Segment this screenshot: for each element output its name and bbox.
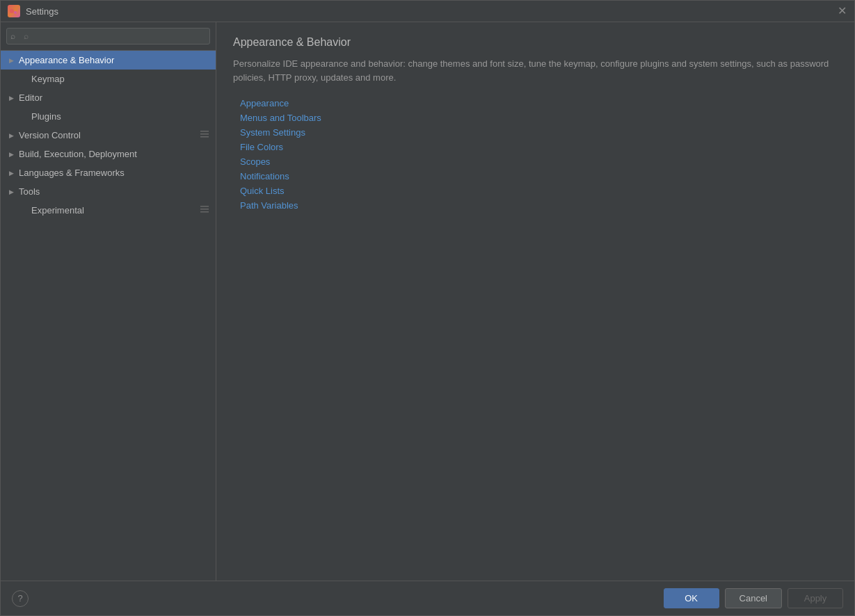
link-appearance[interactable]: Appearance [240,98,838,108]
apply-button[interactable]: Apply [788,588,843,608]
settings-dialog: Settings ✕ ⌕ Appearance & Behavior Keyma… [0,0,855,616]
expand-icon [8,188,15,195]
sidebar-item-experimental[interactable]: Experimental [1,201,216,220]
link-path-variables[interactable]: Path Variables [240,200,838,211]
sidebar-item-languages-frameworks[interactable]: Languages & Frameworks [1,163,216,182]
title-bar-left: Settings [8,5,58,17]
link-menus-toolbars[interactable]: Menus and Toolbars [240,113,838,123]
svg-rect-5 [200,136,209,138]
svg-rect-6 [200,206,209,207]
cancel-button[interactable]: Cancel [725,588,782,608]
link-list: Appearance Menus and Toolbars System Set… [233,98,838,211]
sidebar: ⌕ Appearance & Behavior Keymap Editor Pl… [1,22,216,581]
sidebar-item-label: Appearance & Behavior [19,55,114,65]
sidebar-item-tools[interactable]: Tools [1,182,216,201]
sidebar-item-label: Keymap [31,74,65,84]
svg-rect-8 [200,211,209,213]
expand-icon [8,57,15,64]
sidebar-item-version-control[interactable]: Version Control [1,126,216,145]
close-button[interactable]: ✕ [836,6,847,17]
sidebar-item-editor[interactable]: Editor [1,88,216,107]
sidebar-item-keymap[interactable]: Keymap [1,70,216,88]
main-panel: Appearance & Behavior Personalize IDE ap… [216,22,854,581]
link-system-settings[interactable]: System Settings [240,127,838,138]
sidebar-item-label: Plugins [31,111,61,122]
svg-rect-4 [200,133,209,135]
section-description: Personalize IDE appearance and behavior:… [233,57,838,84]
sidebar-item-label: Tools [19,186,40,197]
sidebar-item-plugins[interactable]: Plugins [1,107,216,126]
app-icon [8,5,20,17]
sidebar-item-label: Editor [19,92,42,103]
expand-icon [8,95,15,102]
settings-icon-exp [200,205,209,216]
ok-button[interactable]: OK [664,588,719,608]
sidebar-item-build-execution[interactable]: Build, Execution, Deployment [1,145,216,163]
sidebar-item-label: Build, Execution, Deployment [19,149,137,159]
content-area: ⌕ Appearance & Behavior Keymap Editor Pl… [1,22,854,581]
title-bar: Settings ✕ [1,1,854,22]
sidebar-item-label: Version Control [19,130,81,140]
svg-point-0 [10,9,14,13]
expand-icon [8,170,15,177]
link-scopes[interactable]: Scopes [240,156,838,167]
svg-point-1 [15,8,18,12]
footer: ? OK Cancel Apply [1,581,854,615]
link-notifications[interactable]: Notifications [240,171,838,181]
expand-icon [8,151,15,158]
link-file-colors[interactable]: File Colors [240,142,838,152]
search-wrapper: ⌕ [6,28,210,44]
svg-rect-7 [200,209,209,210]
help-button[interactable]: ? [12,590,29,607]
dialog-title: Settings [26,6,58,17]
footer-buttons: OK Cancel Apply [664,588,843,608]
sidebar-item-label: Experimental [31,205,84,216]
settings-icon [200,130,209,140]
search-container: ⌕ [1,22,216,51]
link-quick-lists[interactable]: Quick Lists [240,186,838,196]
page-title: Appearance & Behavior [233,36,838,49]
search-input[interactable] [6,28,210,44]
sidebar-item-appearance-behavior[interactable]: Appearance & Behavior [1,51,216,70]
sidebar-item-label: Languages & Frameworks [19,168,125,178]
svg-point-2 [14,11,17,14]
expand-icon [8,132,15,139]
svg-rect-3 [200,131,209,132]
